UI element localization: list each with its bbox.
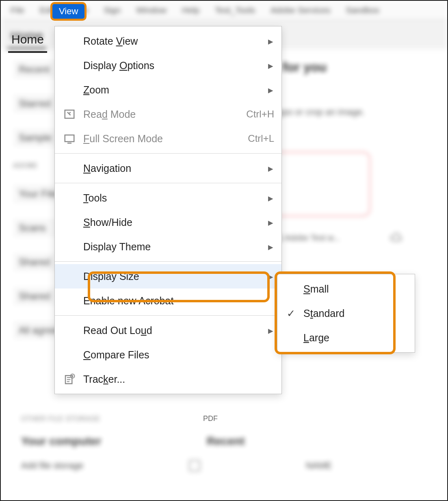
submenu-arrow-icon: ▸ [267, 271, 274, 282]
menu-label: Enable new Acrobat [83, 295, 274, 307]
view-dropdown-menu: Rotate View ▸ Display Options ▸ Zoom ▸ R… [54, 26, 282, 394]
submenu-label: Small [303, 283, 329, 295]
menu-label: Read Out Loud [83, 325, 261, 336]
file-type-pdf: PDF [203, 414, 218, 423]
submenu-item-small[interactable]: Small [277, 277, 415, 301]
menu-item-compare-files[interactable]: Compare Files [55, 343, 281, 367]
submenu-arrow-icon: ▸ [267, 163, 274, 174]
menu-separator [55, 183, 281, 183]
name-column: NAME [306, 460, 332, 471]
menu-item-show-hide[interactable]: Show/Hide ▸ [55, 210, 281, 234]
menu-label: Navigation [83, 163, 261, 174]
menu-item-enable-new-acrobat[interactable]: Enable new Acrobat [55, 288, 281, 313]
display-size-submenu: Small ✓ Standard Large [277, 274, 415, 353]
menu-sandbox: Sandbox [342, 4, 383, 16]
menu-file: File [6, 4, 28, 16]
menu-label: Read Mode [83, 108, 240, 120]
menu-label: Show/Hide [83, 217, 261, 228]
menu-help: Help [178, 4, 203, 16]
menu-window: Window [132, 4, 171, 16]
submenu-arrow-icon: ▸ [267, 241, 274, 253]
menu-label: Tracker... [83, 373, 274, 385]
tab-home[interactable]: Home [8, 28, 47, 53]
menu-sign: Sign [100, 4, 125, 16]
menu-view-active[interactable]: View [50, 2, 87, 21]
submenu-arrow-icon: ▸ [267, 217, 274, 228]
submenu-arrow-icon: ▸ [267, 60, 274, 72]
submenu-label: Large [303, 332, 329, 344]
menu-item-display-options[interactable]: Display Options ▸ [55, 53, 281, 78]
menu-shortcut: Ctrl+H [246, 108, 274, 120]
menu-label: Display Theme [83, 241, 261, 253]
add-file-storage: Add file storage [21, 460, 83, 471]
menu-item-display-size[interactable]: Display Size ▸ [55, 264, 281, 288]
menu-label: Rotate View [83, 35, 261, 47]
submenu-arrow-icon: ▸ [267, 84, 274, 96]
menu-separator [55, 153, 281, 154]
menu-item-navigation[interactable]: Navigation ▸ [55, 156, 281, 180]
menu-label: Compare Files [83, 349, 274, 361]
submenu-item-standard[interactable]: ✓ Standard [277, 301, 415, 325]
menu-item-display-theme[interactable]: Display Theme ▸ [55, 234, 281, 259]
read-mode-icon [61, 108, 78, 120]
menu-item-read-mode[interactable]: Read Mode Ctrl+H [55, 102, 281, 126]
submenu-item-large[interactable]: Large [277, 325, 415, 350]
submenu-label: Standard [303, 308, 345, 319]
menu-item-full-screen[interactable]: Full Screen Mode Ctrl+L [55, 126, 281, 151]
menu-item-tools[interactable]: Tools ▸ [55, 186, 281, 210]
svg-rect-2 [67, 143, 71, 144]
menu-separator [55, 261, 281, 262]
menu-item-zoom[interactable]: Zoom ▸ [55, 78, 281, 102]
menu-shortcut: Ctrl+L [248, 133, 274, 144]
menu-item-read-out-loud[interactable]: Read Out Loud ▸ [55, 318, 281, 343]
file-1-name: 1 Adobe Test w... [279, 233, 340, 243]
menu-item-tracker[interactable]: Tracker... [55, 367, 281, 391]
menu-label: Display Options [83, 60, 261, 72]
menu-adobe-services: Adobe Services [266, 4, 334, 16]
submenu-arrow-icon: ▸ [267, 325, 274, 336]
menu-separator [55, 315, 281, 316]
menu-item-rotate-view[interactable]: Rotate View ▸ [55, 29, 281, 53]
menu-label: Full Screen Mode [83, 133, 242, 145]
menu-test-tools: Test_Tools [211, 4, 259, 16]
submenu-arrow-icon: ▸ [267, 192, 274, 204]
card-2 [269, 152, 370, 217]
recent-heading: Recent [207, 435, 245, 448]
check-icon: ✓ [284, 308, 298, 319]
svg-rect-1 [65, 135, 74, 141]
menu-label: Zoom [83, 84, 261, 96]
tracker-icon [61, 373, 78, 385]
submenu-arrow-icon: ▸ [267, 35, 274, 47]
cloud-icon-2 [389, 232, 403, 243]
full-screen-icon [61, 132, 78, 145]
menu-label: Tools [83, 192, 261, 204]
checkbox-icon [189, 460, 200, 471]
your-computer: Your computer [21, 435, 101, 448]
menu-label: Display Size [83, 271, 261, 282]
